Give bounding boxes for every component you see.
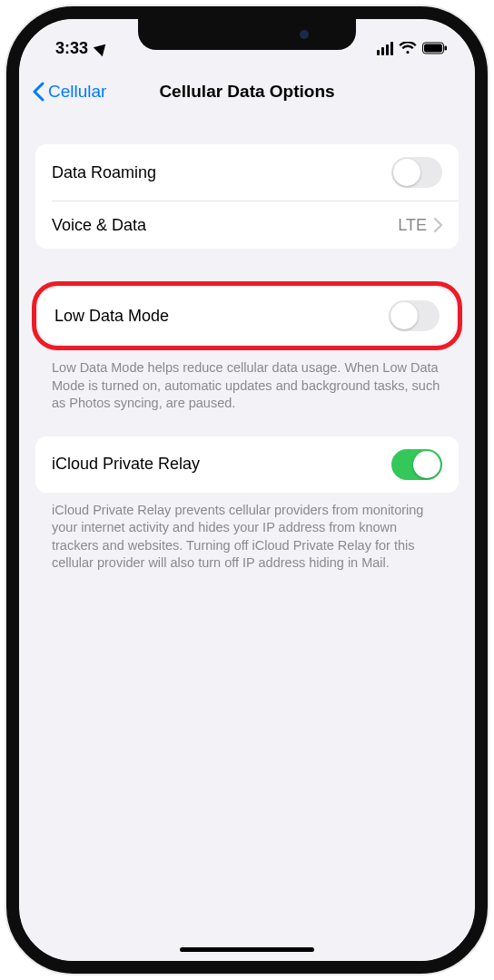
chevron-right-icon [434, 218, 442, 232]
private-relay-label: iCloud Private Relay [52, 455, 200, 474]
volume-up-button [6, 231, 8, 295]
back-label: Cellular [48, 82, 106, 102]
back-button[interactable]: Cellular [32, 82, 106, 102]
status-time: 3:33 [55, 39, 88, 58]
private-relay-row[interactable]: iCloud Private Relay [35, 436, 459, 493]
mute-switch [6, 168, 8, 201]
low-data-footer: Low Data Mode helps reduce cellular data… [35, 350, 459, 436]
phone-frame: 3:33 Cellular [6, 6, 488, 974]
page-title: Cellular Data Options [159, 82, 334, 102]
notch [138, 19, 356, 50]
data-roaming-row[interactable]: Data Roaming [35, 144, 459, 201]
data-roaming-toggle[interactable] [391, 157, 442, 188]
private-relay-toggle[interactable] [391, 449, 442, 480]
battery-icon [422, 42, 448, 54]
low-data-mode-toggle[interactable] [389, 300, 440, 331]
location-arrow-icon [94, 40, 110, 56]
voice-data-label: Voice & Data [52, 216, 146, 235]
svg-rect-2 [445, 46, 448, 51]
data-roaming-label: Data Roaming [52, 163, 156, 182]
annotation-highlight: Low Data Mode [32, 281, 462, 350]
status-right [377, 42, 448, 55]
voice-data-value-wrap: LTE [398, 216, 442, 235]
voice-data-row[interactable]: Voice & Data LTE [35, 201, 459, 249]
group-private-relay: iCloud Private Relay [35, 436, 459, 493]
wifi-icon [399, 42, 417, 54]
voice-data-value: LTE [398, 216, 427, 235]
cellular-signal-icon [377, 42, 393, 55]
svg-rect-1 [424, 44, 442, 53]
nav-bar: Cellular Cellular Data Options [19, 68, 475, 115]
chevron-left-icon [32, 82, 44, 102]
low-data-mode-row[interactable]: Low Data Mode [38, 288, 456, 344]
group-low-data: Low Data Mode [38, 288, 456, 344]
volume-down-button [6, 313, 8, 377]
power-button [486, 255, 488, 346]
spacer [35, 249, 459, 281]
screen: 3:33 Cellular [19, 19, 475, 961]
private-relay-footer: iCloud Private Relay prevents cellular p… [35, 493, 459, 596]
group-network: Data Roaming Voice & Data LTE [35, 144, 459, 249]
content: Data Roaming Voice & Data LTE [19, 115, 475, 596]
home-indicator[interactable] [180, 947, 314, 952]
status-left: 3:33 [55, 39, 108, 58]
low-data-mode-label: Low Data Mode [54, 307, 169, 326]
